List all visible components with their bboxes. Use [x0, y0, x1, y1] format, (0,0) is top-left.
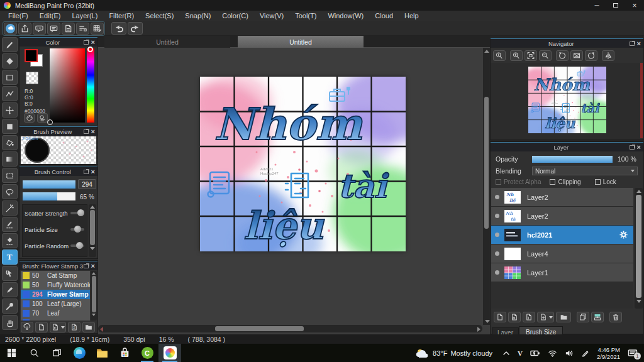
palette-button[interactable] [24, 113, 35, 123]
layer-row-layer2b[interactable]: Nhtà Layer2 [491, 207, 633, 226]
menu-help[interactable]: Help [399, 11, 425, 21]
menu-file[interactable]: File(F) [3, 11, 34, 21]
layer-visibility-icon[interactable] [495, 251, 499, 256]
canvas-settings-button[interactable] [91, 23, 104, 35]
brush-list-scrollbar[interactable] [91, 271, 97, 321]
scatter-strength-slider[interactable] [70, 212, 84, 214]
menu-snap[interactable]: Snap(N) [179, 11, 216, 21]
select-eraser-tool[interactable] [2, 233, 18, 248]
redo-button[interactable] [128, 22, 143, 35]
document-button[interactable] [62, 23, 75, 35]
comment-button[interactable] [33, 23, 46, 35]
popout-icon[interactable] [84, 170, 89, 174]
layer-visibility-icon[interactable] [495, 270, 499, 275]
merge-layer-button[interactable] [591, 312, 604, 322]
popout-icon[interactable] [84, 129, 89, 134]
hand-tool[interactable] [2, 315, 18, 330]
chat-button[interactable] [47, 23, 60, 35]
menu-window[interactable]: Window(W) [322, 11, 369, 21]
brush-row-leaf-large[interactable]: 100Leaf (Large) [21, 299, 90, 309]
weather-icon[interactable] [415, 348, 429, 358]
popout-icon[interactable] [630, 145, 635, 150]
particle-random-slider[interactable] [70, 244, 84, 247]
popout-icon[interactable] [84, 264, 89, 268]
wifi-icon[interactable] [548, 349, 557, 357]
task-view-button[interactable] [45, 344, 68, 362]
move-tool[interactable] [2, 102, 18, 118]
navigator-scroll-strip[interactable] [640, 63, 643, 138]
menu-tool[interactable]: Tool(T) [289, 11, 322, 21]
saturation-value-picker[interactable] [50, 48, 85, 123]
layer-row-layer1[interactable]: Layer1 [491, 263, 633, 282]
medibang-taskbar-icon[interactable] [158, 344, 181, 362]
taskbar-search-button[interactable] [23, 344, 45, 362]
new-layer-folder-button[interactable] [556, 312, 571, 322]
reset-view-button[interactable] [570, 50, 583, 61]
publish-button[interactable] [18, 23, 31, 35]
lock-checkbox[interactable]: Lock [595, 178, 616, 185]
brush-row-leaf[interactable]: 70Leaf [21, 309, 90, 318]
canvas-viewport[interactable] [98, 48, 482, 325]
close-icon[interactable]: × [637, 144, 641, 150]
close-button[interactable]: × [625, 0, 644, 11]
eraser-tool[interactable] [2, 53, 18, 69]
menu-cloud[interactable]: Cloud [369, 11, 399, 21]
select-tool[interactable] [2, 168, 18, 183]
add-layer-menu-button[interactable] [537, 312, 554, 322]
brush-tool[interactable] [2, 37, 18, 52]
clipping-checkbox[interactable]: Clipping [550, 178, 580, 185]
brush-size-slider[interactable] [23, 180, 75, 189]
coccoc-browser-icon[interactable]: C [136, 344, 158, 362]
gradient-tool[interactable] [2, 151, 18, 167]
fit-screen-button[interactable] [525, 50, 537, 61]
brush-row-fluffy-watercolor[interactable]: 50Fluffy Watercolor [21, 280, 90, 290]
layer-row-hcl2021[interactable]: hcl2021 [491, 226, 633, 244]
shape-tool[interactable] [2, 70, 18, 85]
material-list-button[interactable] [76, 23, 89, 35]
blending-select[interactable]: Normal [532, 167, 638, 175]
undo-button[interactable] [111, 22, 126, 35]
weather-desc[interactable]: Mostly cloudy [450, 349, 492, 357]
particle-size-slider[interactable] [70, 228, 84, 231]
brush-row-cat-stamp[interactable]: 50Cat Stamp [21, 271, 90, 280]
zoom-out-button[interactable] [539, 50, 552, 61]
opacity-slider[interactable] [532, 156, 613, 163]
transparent-color-swatch[interactable] [26, 72, 38, 84]
magic-wand-tool[interactable] [2, 200, 18, 216]
lasso-tool[interactable] [2, 184, 18, 199]
hue-cursor[interactable] [87, 47, 93, 52]
pen-input-icon[interactable] [581, 349, 589, 357]
script-brush-button[interactable]: S [68, 322, 80, 332]
brush-options-scrollbar[interactable] [89, 204, 96, 257]
navigator-thumbnail[interactable] [528, 67, 606, 133]
menu-color[interactable]: Color(C) [216, 11, 254, 21]
navigator-preview[interactable] [491, 63, 643, 140]
brush-settings-gear-icon[interactable] [89, 291, 90, 298]
close-icon[interactable]: × [91, 168, 95, 175]
hue-slider[interactable] [87, 48, 94, 123]
brush-row-flower-stamp[interactable]: 294Flower Stamp [21, 290, 90, 299]
close-icon[interactable]: × [91, 263, 95, 269]
text-tool[interactable]: T [2, 250, 18, 265]
layer-visibility-icon[interactable] [495, 214, 499, 218]
minimize-button[interactable]: ─ [587, 0, 606, 11]
menu-filter[interactable]: Filter(R) [103, 11, 140, 21]
eyedropper-tool[interactable] [2, 299, 18, 314]
close-icon[interactable]: × [637, 40, 641, 47]
brush-row-partial[interactable] [21, 318, 90, 321]
document-tab-1[interactable]: Untitled [104, 36, 230, 48]
canvas-vertical-scrollbar[interactable] [483, 48, 490, 325]
rotate-right-button[interactable] [585, 50, 597, 61]
cloud-save-button[interactable] [4, 23, 17, 35]
layer-settings-gear-icon[interactable] [619, 230, 628, 239]
protect-alpha-checkbox[interactable]: Protect Alpha [496, 178, 541, 185]
menu-select[interactable]: Select(S) [140, 11, 179, 21]
layer-visibility-icon[interactable] [495, 195, 499, 199]
bucket-tool[interactable] [2, 135, 18, 150]
new-1bit-layer-button[interactable] [523, 312, 535, 322]
fill-rect-tool[interactable] [2, 119, 18, 134]
marker-tool[interactable] [2, 282, 18, 297]
canvas-horizontal-scrollbar[interactable] [98, 325, 482, 332]
layer-list-scrollbar[interactable] [635, 188, 643, 309]
popout-icon[interactable] [84, 40, 89, 45]
